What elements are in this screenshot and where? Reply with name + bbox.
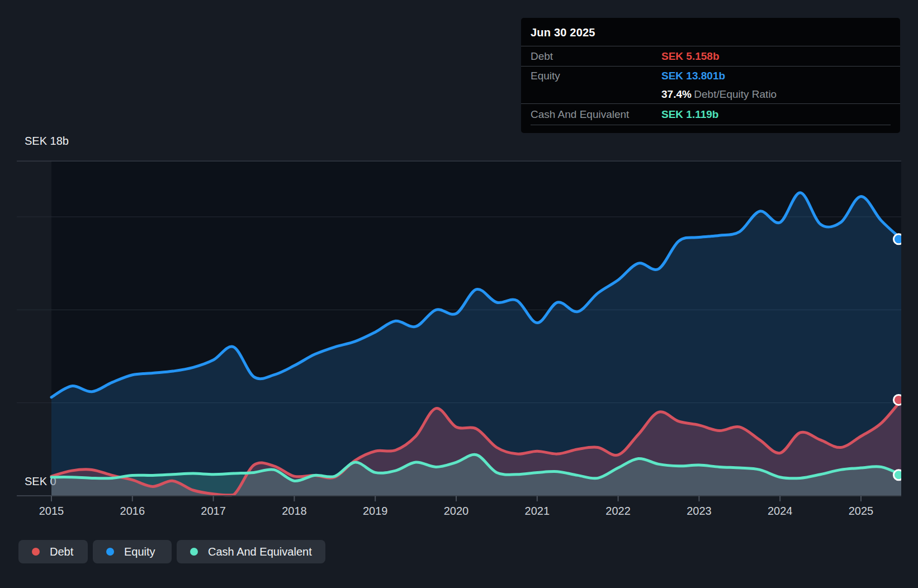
tooltip-ratio-value: 37.4%	[661, 88, 692, 100]
x-tick-label-2022: 2022	[605, 505, 631, 517]
legend-chip-debt[interactable]: Debt	[18, 540, 88, 563]
tooltip-equity-value: SEK 13.801b	[661, 70, 891, 82]
tooltip: Jun 30 2025 Debt SEK 5.158b Equity SEK 1…	[521, 18, 900, 133]
x-tick-label-2015: 2015	[39, 505, 64, 517]
y-axis-top-label: SEK 18b	[25, 135, 69, 147]
debt-legend-dot-icon	[32, 548, 40, 556]
tooltip-row-debt: Debt SEK 5.158b	[521, 46, 900, 66]
tooltip-row-equity: Equity SEK 13.801b	[521, 66, 900, 86]
tooltip-debt-value: SEK 5.158b	[661, 50, 891, 63]
tooltip-equity-label: Equity	[531, 70, 661, 82]
equity-legend-dot-icon	[106, 548, 114, 556]
tooltip-bottom-divider	[531, 125, 891, 135]
x-tick-label-2019: 2019	[363, 505, 388, 517]
x-tick-label-2025: 2025	[849, 505, 874, 517]
x-tick-label-2017: 2017	[201, 505, 226, 517]
debt-equity-chart-root: SEK 18bSEK 02015201620172018201920202021…	[0, 0, 918, 588]
tooltip-row-ratio: 37.4% Debt/Equity Ratio	[521, 86, 900, 103]
tooltip-cash-label: Cash And Equivalent	[531, 108, 661, 121]
x-tick-label-2020: 2020	[444, 505, 469, 517]
legend-debt-label: Debt	[50, 546, 73, 558]
cash-legend-dot-icon	[190, 548, 198, 556]
tooltip-row-cash: Cash And Equivalent SEK 1.119b	[521, 103, 900, 125]
right-gutter	[901, 0, 918, 588]
x-tick-label-2024: 2024	[768, 505, 793, 517]
legend-chip-cash[interactable]: Cash And Equivalent	[177, 540, 325, 563]
tooltip-date: Jun 30 2025	[521, 18, 900, 46]
x-tick-label-2023: 2023	[687, 505, 712, 517]
legend-chip-equity[interactable]: Equity	[93, 540, 172, 563]
legend-equity-label: Equity	[124, 546, 155, 558]
tooltip-cash-value: SEK 1.119b	[661, 108, 891, 121]
x-tick-label-2021: 2021	[525, 505, 550, 517]
legend-cash-label: Cash And Equivalent	[208, 546, 312, 558]
tooltip-debt-label: Debt	[531, 50, 661, 63]
x-tick-label-2018: 2018	[282, 505, 307, 517]
tooltip-ratio-label: Debt/Equity Ratio	[694, 88, 777, 100]
x-tick-label-2016: 2016	[120, 505, 145, 517]
